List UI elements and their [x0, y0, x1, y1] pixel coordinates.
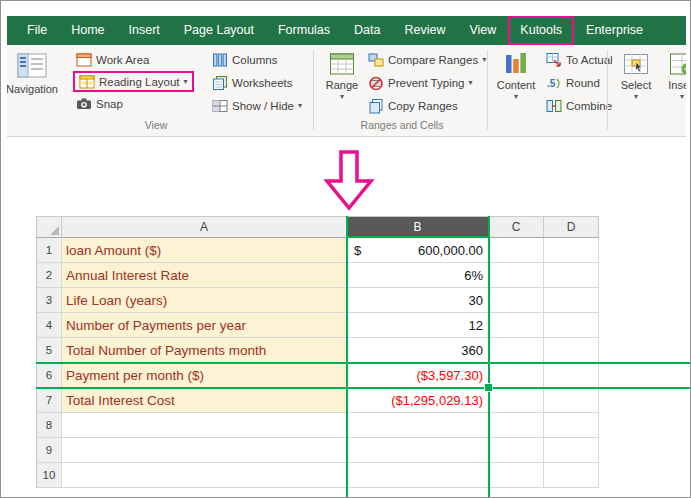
row-header-9[interactable]: 9: [36, 438, 62, 463]
cell-B3[interactable]: 30: [347, 288, 489, 313]
navigation-pane-icon: [17, 51, 47, 81]
copy-ranges-button[interactable]: Copy Ranges: [365, 94, 489, 117]
row-header-7[interactable]: 7: [36, 388, 62, 413]
cell-D8[interactable]: [544, 413, 599, 438]
cell-A1[interactable]: loan Amount ($): [62, 238, 347, 263]
cell-D2[interactable]: [544, 263, 599, 288]
cell-A10[interactable]: [62, 463, 347, 488]
kutools-ribbon: Navigation Work Area Reading Layout ▾: [7, 45, 686, 137]
row-header-3[interactable]: 3: [36, 288, 62, 313]
cell-C10[interactable]: [489, 463, 544, 488]
combine-button[interactable]: Combine: [543, 94, 616, 117]
tab-view[interactable]: View: [457, 16, 508, 45]
cell-D10[interactable]: [544, 463, 599, 488]
cell-B5[interactable]: 360: [347, 338, 489, 363]
excel-window: FileHomeInsertPage LayoutFormulasDataRev…: [0, 0, 691, 498]
svg-text:.5: .5: [547, 78, 556, 89]
cell-B1[interactable]: $600,000.00: [347, 238, 489, 263]
prevent-typing-button[interactable]: Prevent Typing ▾: [365, 71, 489, 94]
camera-icon: [76, 96, 92, 112]
cell-A9[interactable]: [62, 438, 347, 463]
tab-enterprise[interactable]: Enterprise: [574, 16, 655, 45]
cell-D1[interactable]: [544, 238, 599, 263]
snap-button[interactable]: Snap: [73, 92, 194, 115]
group-separator: [313, 50, 314, 130]
content-button[interactable]: Content ▾: [493, 48, 539, 132]
cell-B6[interactable]: ($3,597.30): [347, 363, 489, 388]
prevent-typing-icon: [368, 75, 384, 91]
cell-C5[interactable]: [489, 338, 544, 363]
down-arrow-annotation: [321, 149, 377, 213]
cell-A2[interactable]: Annual Interest Rate: [62, 263, 347, 288]
cell-D9[interactable]: [544, 438, 599, 463]
reading-layout-button[interactable]: Reading Layout ▾: [73, 71, 194, 92]
column-header-D[interactable]: D: [544, 216, 599, 238]
column-header-B[interactable]: B: [347, 216, 489, 238]
currency-symbol: $: [354, 243, 361, 258]
tab-home[interactable]: Home: [59, 16, 116, 45]
cell-D7[interactable]: [544, 388, 599, 413]
reading-layout-label: Reading Layout: [99, 76, 180, 88]
cell-A4[interactable]: Number of Payments per year: [62, 313, 347, 338]
row-header-6[interactable]: 6: [36, 363, 62, 388]
cell-A5[interactable]: Total Number of Payments month: [62, 338, 347, 363]
tab-review[interactable]: Review: [392, 16, 457, 45]
cell-B7[interactable]: ($1,295,029.13): [347, 388, 489, 413]
row-header-5[interactable]: 5: [36, 338, 62, 363]
chevron-down-icon: ▾: [514, 93, 518, 101]
cell-B2[interactable]: 6%: [347, 263, 489, 288]
cell-C1[interactable]: [489, 238, 544, 263]
prevent-typing-label: Prevent Typing: [388, 77, 465, 89]
cell-B8[interactable]: [347, 413, 489, 438]
to-actual-button[interactable]: To Actual: [543, 48, 616, 71]
cell-B4[interactable]: 12: [347, 313, 489, 338]
row-header-1[interactable]: 1: [36, 238, 62, 263]
work-area-button[interactable]: Work Area: [73, 48, 194, 71]
worksheets-button[interactable]: Worksheets: [209, 71, 305, 94]
select-button[interactable]: Select ▾: [613, 48, 659, 132]
cell-C4[interactable]: [489, 313, 544, 338]
cell-C9[interactable]: [489, 438, 544, 463]
copy-ranges-label: Copy Ranges: [388, 100, 458, 112]
cell-C8[interactable]: [489, 413, 544, 438]
column-header-C[interactable]: C: [489, 216, 544, 238]
navigation-label: Navigation: [7, 83, 58, 95]
show-hide-button[interactable]: Show / Hide ▾: [209, 94, 305, 117]
row-header-8[interactable]: 8: [36, 413, 62, 438]
combine-icon: [546, 98, 562, 114]
cell-C3[interactable]: [489, 288, 544, 313]
tab-page-layout[interactable]: Page Layout: [172, 16, 266, 45]
ranges-button-stack: Compare Ranges ▾ Prevent Typing ▾ Copy R…: [365, 48, 489, 117]
cell-A7[interactable]: Total Interest Cost: [62, 388, 347, 413]
cell-D5[interactable]: [544, 338, 599, 363]
cell-A3[interactable]: Life Loan (years): [62, 288, 347, 313]
tab-insert[interactable]: Insert: [117, 16, 172, 45]
tab-kutools[interactable]: Kutools: [508, 16, 574, 45]
cell-D4[interactable]: [544, 313, 599, 338]
cell-A6[interactable]: Payment per month ($): [62, 363, 347, 388]
tab-data[interactable]: Data: [342, 16, 392, 45]
chevron-down-icon: ▾: [340, 93, 344, 101]
column-header-A[interactable]: A: [62, 216, 347, 238]
columns-label: Columns: [232, 54, 277, 66]
tab-file[interactable]: File: [15, 16, 59, 45]
select-all-corner[interactable]: [36, 216, 62, 238]
tab-formulas[interactable]: Formulas: [266, 16, 342, 45]
compare-ranges-button[interactable]: Compare Ranges ▾: [365, 48, 489, 71]
row-header-10[interactable]: 10: [36, 463, 62, 488]
cell-C6[interactable]: [489, 363, 544, 388]
row-header-4[interactable]: 4: [36, 313, 62, 338]
chevron-down-icon: ▾: [298, 102, 302, 110]
cell-D6[interactable]: [544, 363, 599, 388]
view-button-stack: Work Area Reading Layout ▾ Snap: [73, 48, 194, 115]
cell-A8[interactable]: [62, 413, 347, 438]
cell-C7[interactable]: [489, 388, 544, 413]
cell-D3[interactable]: [544, 288, 599, 313]
round-button[interactable]: .5 Round: [543, 71, 616, 94]
cell-C2[interactable]: [489, 263, 544, 288]
cell-B9[interactable]: [347, 438, 489, 463]
row-header-2[interactable]: 2: [36, 263, 62, 288]
insert-button[interactable]: Insert ▾: [659, 48, 686, 132]
cell-B10[interactable]: [347, 463, 489, 488]
columns-button[interactable]: Columns: [209, 48, 305, 71]
